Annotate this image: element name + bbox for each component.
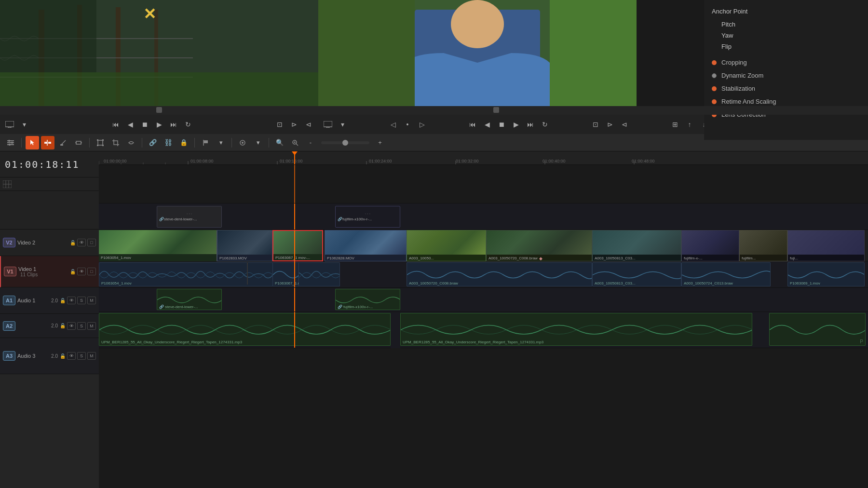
v2-lock[interactable]: 🔓: [70, 240, 76, 245]
v1-clip-3[interactable]: P1063067_1 mov-...: [272, 230, 323, 261]
marker-fwd-btn[interactable]: ⊳: [604, 119, 616, 130]
a3-s-btn[interactable]: S: [77, 352, 86, 360]
settings-btn[interactable]: [4, 136, 17, 149]
v2-clip-2[interactable]: · · · 🔗 fujifilm-x100v-r-...: [335, 206, 400, 228]
scrubber-right[interactable]: [318, 106, 637, 115]
v2-eye-btn[interactable]: 👁: [77, 239, 86, 246]
v1-clip-4[interactable]: P1062828.MOV: [325, 230, 407, 261]
selection-tool-btn[interactable]: [26, 136, 39, 149]
nav-back-btn[interactable]: ◁: [387, 119, 399, 130]
zoom-plus-btn[interactable]: +: [373, 136, 387, 149]
extra-btn-1[interactable]: ⊞: [669, 119, 681, 130]
clip-btn-l[interactable]: ⊲: [303, 119, 314, 130]
zoom-minus-btn[interactable]: -: [304, 136, 317, 149]
marker-btn-l[interactable]: ⊳: [288, 119, 300, 130]
viewer-mode-btn[interactable]: [4, 119, 15, 130]
a2-track[interactable]: 🔗 steve-dent-lower-... 🔗 fujifilm-x100v-…: [99, 288, 868, 312]
nav-fwd-btn[interactable]: ▷: [416, 119, 428, 130]
v1-track[interactable]: P1063054_1.mov P1062833.MOV P1063067_1 m…: [99, 230, 868, 261]
stabilization-item[interactable]: Stabilization: [704, 82, 868, 95]
a3-m-btn[interactable]: M: [87, 352, 96, 360]
a1-waveform-3[interactable]: A003_10050720_C008.braw: [407, 262, 592, 286]
warp-btn[interactable]: [124, 136, 138, 149]
a1-waveform-1[interactable]: /* waveform rendered inline below */ P10…: [99, 262, 340, 286]
razor-tool-btn[interactable]: [56, 136, 70, 149]
stop-btn[interactable]: ⏹: [139, 119, 150, 130]
nav-dot-btn[interactable]: •: [402, 119, 413, 130]
a1-eye-btn[interactable]: 👁: [67, 297, 76, 304]
unlink-btn[interactable]: ⛓️: [162, 136, 175, 149]
a2-lock[interactable]: 🔓: [60, 323, 66, 328]
cropping-item[interactable]: Cropping: [704, 56, 868, 69]
flag-dropdown-btn[interactable]: ▾: [214, 136, 228, 149]
v1-lock[interactable]: 🔓: [70, 269, 76, 274]
a3-lock[interactable]: 🔓: [60, 353, 66, 359]
v1-clip-1[interactable]: P1063054_1.mov: [99, 230, 217, 261]
v1-clip-8[interactable]: fujifilm-x-...: [681, 230, 739, 261]
zoom-in-btn[interactable]: [288, 136, 302, 149]
a3-clip-2[interactable]: UPM_BER1285_55_All_Okay_Underscore_Riege…: [400, 313, 752, 346]
play-btn[interactable]: ▶: [153, 119, 165, 130]
v1-clip-9[interactable]: fujifilm...: [739, 230, 787, 261]
a3-clip-1[interactable]: UPM_BER1285_55_All_Okay_Underscore_Riege…: [99, 313, 391, 346]
flag-btn[interactable]: [199, 136, 212, 149]
viewer-mode-btn-r[interactable]: [322, 119, 334, 130]
crop-btn[interactable]: [109, 136, 122, 149]
v1-clip-10[interactable]: fuji...: [787, 230, 865, 261]
zoom-out-btn[interactable]: 🔍: [273, 136, 286, 149]
play-btn-r[interactable]: ▶: [510, 119, 522, 130]
scrubber-right-handle[interactable]: [493, 107, 499, 113]
prev-frame-btn-r[interactable]: ◀: [481, 119, 493, 130]
a1-track[interactable]: /* waveform rendered inline below */ P10…: [99, 261, 868, 288]
v1-clip-7[interactable]: A003_10050813_C03...: [592, 230, 681, 261]
a2-m-btn[interactable]: M: [87, 322, 96, 330]
link-btn[interactable]: 🔗: [146, 136, 160, 149]
extra-btn-2[interactable]: ↑: [684, 119, 695, 130]
a3-clip-3[interactable]: P: [769, 313, 866, 346]
viewer-dropdown-btn[interactable]: ▾: [18, 119, 30, 130]
fit-btn-r[interactable]: ⊡: [590, 119, 601, 130]
v2-track[interactable]: · · · 🔗 steve-dent-lower-... · · · 🔗 fuj…: [99, 203, 868, 230]
a1-waveform-4[interactable]: A003_10050813_C03...: [592, 262, 681, 286]
zoom-slider-thumb[interactable]: [342, 140, 348, 146]
skip-start-btn[interactable]: ⏮: [110, 119, 122, 130]
a2-eye-btn[interactable]: 👁: [67, 322, 76, 330]
lock-btn[interactable]: 🔒: [177, 136, 190, 149]
a3-track[interactable]: UPM_BER1285_55_All_Okay_Underscore_Riege…: [99, 312, 868, 348]
a1-m-btn[interactable]: M: [87, 297, 96, 304]
a2-s-btn[interactable]: S: [77, 322, 86, 330]
a3-eye-btn[interactable]: 👁: [67, 352, 76, 360]
a1-waveform-5[interactable]: A003_10050724_C013.braw: [681, 262, 771, 286]
scrubber-left-handle[interactable]: [156, 107, 162, 113]
skip-end-btn-r[interactable]: ⏭: [525, 119, 536, 130]
scrubber-left[interactable]: [0, 106, 318, 115]
transform-btn[interactable]: [94, 136, 107, 149]
zoom-slider[interactable]: [321, 141, 369, 144]
skip-end-btn[interactable]: ⏭: [168, 119, 179, 130]
slip-tool-btn[interactable]: [72, 136, 85, 149]
ripple-tool-btn[interactable]: [41, 136, 54, 149]
prev-frame-btn[interactable]: ◀: [124, 119, 136, 130]
v1-clip-6[interactable]: A003_10050720_C008.braw ◆: [486, 230, 592, 261]
loop-btn[interactable]: ↻: [182, 119, 194, 130]
clip-fwd-btn[interactable]: ⊲: [619, 119, 630, 130]
a2-clip-2[interactable]: 🔗 fujifilm-x100v-r-...: [335, 289, 400, 310]
skip-start-btn-r[interactable]: ⏮: [467, 119, 478, 130]
a2-clip-1[interactable]: 🔗 steve-dent-lower-...: [157, 289, 222, 310]
timeline-ruler[interactable]: 01:00:00:00 01:00:08:00 01:00:16:00 01:0…: [99, 151, 868, 165]
loop-btn-r[interactable]: ↻: [539, 119, 551, 130]
stop-btn-r[interactable]: ⏹: [496, 119, 507, 130]
v1-clip-5[interactable]: A003_10050...: [407, 230, 486, 261]
a1-s-btn[interactable]: S: [77, 297, 86, 304]
a1-lock[interactable]: 🔓: [60, 298, 66, 303]
dynamic-zoom-item[interactable]: Dynamic Zoom: [704, 69, 868, 82]
color-dropdown-btn[interactable]: ▾: [251, 136, 265, 149]
v2-clip-1[interactable]: · · · 🔗 steve-dent-lower-...: [157, 206, 222, 228]
v2-auto-btn[interactable]: □: [87, 239, 96, 246]
v1-eye-btn[interactable]: 👁: [77, 268, 86, 275]
viewer-dropdown-btn-r[interactable]: ▾: [337, 119, 348, 130]
color-picker-btn[interactable]: [236, 136, 249, 149]
fit-btn[interactable]: ⊡: [274, 119, 285, 130]
v1-clip-2[interactable]: P1062833.MOV: [217, 230, 272, 261]
a1-waveform-6[interactable]: P1063069_1.mov: [787, 262, 865, 286]
